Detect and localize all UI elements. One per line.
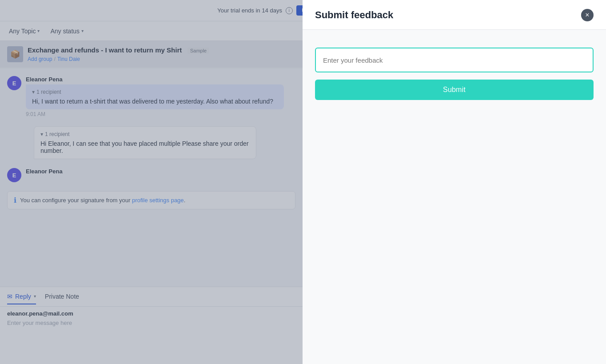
- submit-feedback-button[interactable]: Submit: [315, 80, 594, 100]
- modal-body: Submit: [303, 30, 606, 364]
- feedback-input[interactable]: [323, 55, 586, 65]
- modal-header: Submit feedback ×: [303, 0, 606, 30]
- modal-title: Submit feedback: [315, 9, 393, 21]
- modal-close-button[interactable]: ×: [581, 9, 594, 21]
- feedback-modal: Submit feedback × Submit: [303, 0, 606, 364]
- feedback-input-wrapper: [315, 48, 594, 72]
